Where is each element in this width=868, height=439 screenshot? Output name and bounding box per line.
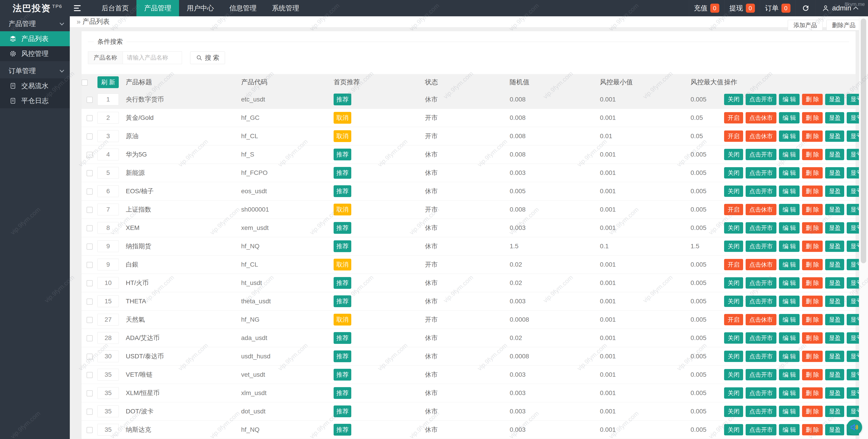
row-checkbox[interactable]: [87, 133, 93, 139]
refresh-button[interactable]: 刷 新: [97, 76, 119, 88]
row-sort-input[interactable]: [97, 112, 119, 124]
row-recommend-button[interactable]: 推荐: [334, 387, 351, 399]
add-product-button[interactable]: 添加产品: [788, 20, 823, 31]
op-close-market-button[interactable]: 点击休市: [746, 112, 776, 123]
row-checkbox[interactable]: [87, 317, 93, 323]
sidebar-section-orders[interactable]: 订单管理: [0, 63, 70, 79]
op-delete-button[interactable]: 删 除: [802, 314, 823, 325]
top-menu-products[interactable]: 产品管理: [136, 0, 179, 16]
op-edit-button[interactable]: 编 辑: [779, 406, 800, 417]
search-button[interactable]: 搜 索: [190, 52, 225, 64]
op-edit-button[interactable]: 编 辑: [779, 314, 800, 325]
sidebar-section-products[interactable]: 产品管理: [0, 16, 70, 31]
top-menu-info[interactable]: 信息管理: [222, 0, 264, 16]
op-show-profit-button[interactable]: 显盈: [825, 351, 844, 362]
op-close-button[interactable]: 关闭: [724, 406, 743, 417]
row-checkbox[interactable]: [87, 188, 93, 195]
op-show-profit-button[interactable]: 显盈: [825, 369, 844, 380]
op-close-button[interactable]: 关闭: [724, 277, 743, 289]
row-checkbox[interactable]: [87, 335, 93, 341]
row-recommend-button[interactable]: 推荐: [334, 149, 351, 160]
op-open-market-button[interactable]: 点击开市: [746, 149, 776, 160]
op-close-button[interactable]: 关闭: [724, 94, 743, 105]
row-sort-input[interactable]: [97, 369, 119, 381]
row-checkbox[interactable]: [87, 225, 93, 231]
row-checkbox[interactable]: [87, 280, 93, 286]
op-show-profit-button[interactable]: 显盈: [825, 332, 844, 344]
op-edit-button[interactable]: 编 辑: [779, 222, 800, 233]
row-recommend-button[interactable]: 推荐: [334, 332, 351, 344]
row-sort-input[interactable]: [97, 259, 119, 271]
top-menu-system[interactable]: 系统管理: [264, 0, 307, 16]
op-edit-button[interactable]: 编 辑: [779, 295, 800, 307]
row-checkbox[interactable]: [87, 409, 93, 415]
op-enable-button[interactable]: 开启: [724, 259, 743, 270]
row-sort-input[interactable]: [97, 424, 119, 436]
op-delete-button[interactable]: 删 除: [802, 406, 823, 417]
row-checkbox[interactable]: [87, 207, 93, 213]
row-recommend-button[interactable]: 取消: [334, 130, 351, 142]
op-open-market-button[interactable]: 点击开市: [746, 167, 776, 179]
op-edit-button[interactable]: 编 辑: [779, 369, 800, 380]
row-recommend-button[interactable]: 推荐: [334, 424, 351, 436]
op-show-profit-button[interactable]: 显盈: [825, 186, 844, 197]
row-sort-input[interactable]: [97, 277, 119, 289]
row-recommend-button[interactable]: 推荐: [334, 405, 351, 417]
op-close-market-button[interactable]: 点击休市: [746, 204, 776, 215]
row-sort-input[interactable]: [97, 94, 119, 105]
op-open-market-button[interactable]: 点击开市: [746, 241, 776, 252]
op-edit-button[interactable]: 编 辑: [779, 167, 800, 179]
row-checkbox[interactable]: [87, 372, 93, 378]
row-sort-input[interactable]: [97, 405, 119, 417]
op-show-profit-button[interactable]: 显盈: [825, 112, 844, 123]
op-delete-button[interactable]: 删 除: [802, 204, 823, 215]
row-checkbox[interactable]: [87, 170, 93, 176]
op-open-market-button[interactable]: 点击开市: [746, 222, 776, 233]
op-delete-button[interactable]: 删 除: [802, 167, 823, 179]
op-delete-button[interactable]: 删 除: [802, 351, 823, 362]
op-edit-button[interactable]: 编 辑: [779, 112, 800, 123]
op-delete-button[interactable]: 删 除: [802, 241, 823, 252]
op-delete-button[interactable]: 删 除: [802, 332, 823, 344]
op-open-market-button[interactable]: 点击开市: [746, 424, 776, 435]
op-open-market-button[interactable]: 点击开市: [746, 387, 776, 399]
recharge-stat[interactable]: 充值 0: [689, 0, 724, 16]
op-edit-button[interactable]: 编 辑: [779, 277, 800, 289]
op-edit-button[interactable]: 编 辑: [779, 94, 800, 105]
row-recommend-button[interactable]: 推荐: [334, 185, 351, 197]
op-open-market-button[interactable]: 点击开市: [746, 295, 776, 307]
op-show-profit-button[interactable]: 显盈: [825, 295, 844, 307]
op-show-profit-button[interactable]: 显盈: [825, 387, 844, 399]
op-delete-button[interactable]: 删 除: [802, 222, 823, 233]
sidebar-toggle-icon[interactable]: [70, 0, 85, 16]
delete-product-button[interactable]: 删除产品: [826, 20, 861, 31]
op-show-profit-button[interactable]: 显盈: [825, 222, 844, 233]
op-edit-button[interactable]: 编 辑: [779, 332, 800, 344]
row-checkbox[interactable]: [87, 427, 93, 433]
op-show-profit-button[interactable]: 显盈: [825, 277, 844, 289]
op-close-market-button[interactable]: 点击休市: [746, 259, 776, 270]
scrollbar-track[interactable]: [859, 16, 868, 439]
sidebar-item-trade-flow[interactable]: 交易流水: [0, 79, 70, 93]
op-close-button[interactable]: 关闭: [724, 332, 743, 344]
op-edit-button[interactable]: 编 辑: [779, 241, 800, 252]
op-edit-button[interactable]: 编 辑: [779, 387, 800, 399]
row-sort-input[interactable]: [97, 222, 119, 234]
row-recommend-button[interactable]: 推荐: [334, 240, 351, 252]
op-close-button[interactable]: 关闭: [724, 387, 743, 399]
op-open-market-button[interactable]: 点击开市: [746, 186, 776, 197]
row-sort-input[interactable]: [97, 240, 119, 252]
op-delete-button[interactable]: 删 除: [802, 387, 823, 399]
sidebar-item-close-log[interactable]: 平仓日志: [0, 93, 70, 108]
refresh-icon[interactable]: [796, 0, 816, 16]
row-recommend-button[interactable]: 推荐: [334, 222, 351, 234]
row-checkbox[interactable]: [87, 244, 93, 250]
op-show-profit-button[interactable]: 显盈: [825, 167, 844, 179]
op-show-profit-button[interactable]: 显盈: [825, 204, 844, 215]
op-enable-button[interactable]: 开启: [724, 204, 743, 215]
sound-toggle-button[interactable]: [847, 419, 862, 435]
row-recommend-button[interactable]: 取消: [334, 314, 351, 325]
row-sort-input[interactable]: [97, 332, 119, 344]
row-recommend-button[interactable]: 推荐: [334, 369, 351, 381]
op-open-market-button[interactable]: 点击开市: [746, 351, 776, 362]
